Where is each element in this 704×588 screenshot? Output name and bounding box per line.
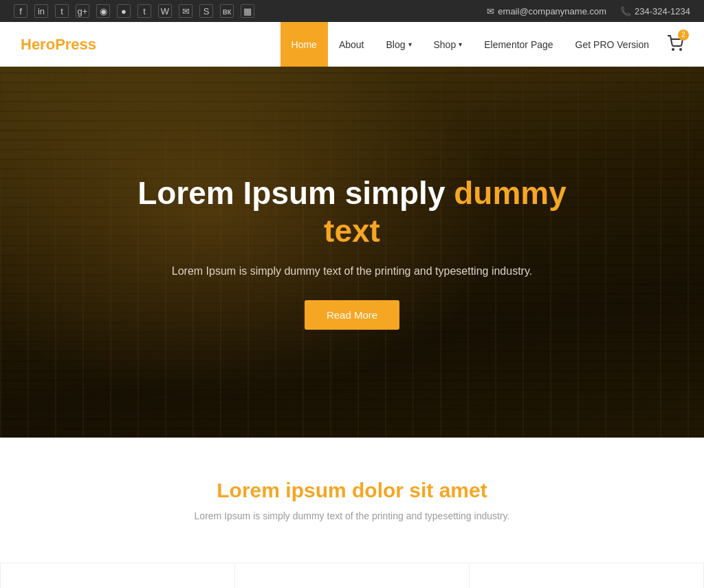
section-title: Lorem ipsum dolor sit amet — [14, 479, 690, 502]
cart-badge: 2 — [678, 30, 689, 41]
main-header: HeroPress Home About Blog ▾ Shop ▾ Eleme… — [0, 22, 704, 67]
svg-point-0 — [672, 49, 674, 50]
social-icons-group: f in t g+ ◉ ● t W ✉ S вк ▦ — [14, 4, 254, 18]
social-icon-tumblr[interactable]: t — [138, 4, 151, 18]
email-address: email@companyname.com — [498, 6, 606, 16]
section-title-highlight: sit amet — [409, 479, 487, 501]
section-subtitle: Lorem Ipsum is simply dummy text of the … — [14, 510, 690, 521]
social-icon-other[interactable]: ▦ — [241, 4, 254, 18]
social-icon-facebook[interactable]: f — [14, 4, 28, 18]
svg-point-1 — [680, 49, 681, 50]
social-icon-vk[interactable]: вк — [220, 4, 234, 18]
contact-info: ✉ email@companyname.com 📞 234-324-1234 — [487, 6, 690, 16]
hero-subtitle: Lorem Ipsum is simply dummy text of the … — [125, 262, 579, 280]
email-contact: ✉ email@companyname.com — [487, 6, 606, 16]
nav-item-about[interactable]: About — [328, 22, 375, 67]
logo-text-hero: Hero — [21, 36, 55, 53]
card-2: Lorem ipsum dolor — [234, 563, 469, 588]
social-icon-dribbble[interactable]: ● — [117, 4, 131, 18]
phone-number: 234-324-1234 — [635, 6, 690, 16]
hero-title-plain: Lorem Ipsum simply — [138, 175, 454, 211]
hero-cta-button[interactable]: Read More — [305, 300, 399, 330]
social-icon-instagram[interactable]: ◉ — [96, 4, 110, 18]
nav-item-shop[interactable]: Shop ▾ — [423, 22, 474, 67]
social-icon-gplus[interactable]: g+ — [76, 4, 89, 18]
main-nav: Home About Blog ▾ Shop ▾ Elementor Page … — [280, 22, 683, 67]
hero-title: Lorem Ipsum simply dummy text — [125, 174, 579, 250]
card-1: Lorem ipsum dolor — [0, 563, 234, 588]
social-icon-email[interactable]: ✉ — [179, 4, 192, 18]
section-title-plain: Lorem ipsum dolor — [217, 479, 409, 501]
nav-item-blog[interactable]: Blog ▾ — [375, 22, 422, 67]
phone-contact: 📞 234-324-1234 — [620, 6, 690, 16]
social-icon-skype[interactable]: S — [199, 4, 213, 18]
social-icon-twitter[interactable]: t — [55, 4, 69, 18]
email-icon: ✉ — [487, 6, 494, 16]
logo-text-press: Press — [55, 36, 96, 53]
cards-section: Lorem ipsum dolor Lorem ipsum dolor — [0, 563, 704, 588]
blog-chevron-icon: ▾ — [408, 41, 412, 48]
phone-icon: 📞 — [620, 6, 631, 16]
hero-section: Lorem Ipsum simply dummy text Lorem Ipsu… — [0, 67, 704, 438]
cart-button[interactable]: 2 — [667, 35, 683, 54]
hero-content: Lorem Ipsum simply dummy text Lorem Ipsu… — [111, 174, 593, 330]
nav-item-home[interactable]: Home — [280, 22, 328, 67]
social-icon-wordpress[interactable]: W — [158, 4, 172, 18]
shop-chevron-icon: ▾ — [459, 41, 462, 48]
card-3: Lorem ipsum dolor — [469, 563, 704, 588]
section-intro: Lorem ipsum dolor sit amet Lorem Ipsum i… — [0, 438, 704, 563]
social-icon-linkedin[interactable]: in — [34, 4, 48, 18]
site-logo[interactable]: HeroPress — [21, 36, 96, 54]
nav-item-pro[interactable]: Get PRO Version — [564, 22, 660, 67]
top-bar: f in t g+ ◉ ● t W ✉ S вк ▦ ✉ email@compa… — [0, 0, 704, 22]
nav-item-elementor[interactable]: Elementor Page — [473, 22, 564, 67]
